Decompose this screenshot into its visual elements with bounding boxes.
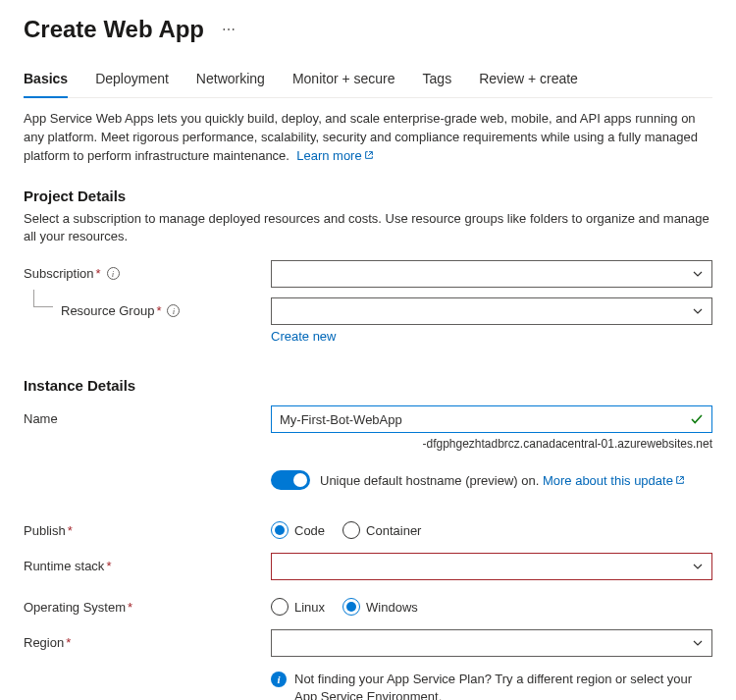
runtime-stack-label: Runtime stack: [24, 559, 104, 573]
page-title: Create Web App: [24, 16, 204, 43]
external-link-icon: [675, 475, 685, 485]
external-link-icon: [364, 150, 374, 160]
region-label: Region: [24, 635, 64, 650]
more-actions-button[interactable]: ⋯: [216, 18, 241, 41]
region-hint: Not finding your App Service Plan? Try a…: [294, 671, 712, 700]
project-details-heading: Project Details: [24, 188, 712, 204]
tab-deployment[interactable]: Deployment: [95, 71, 169, 98]
publish-radio-container[interactable]: Container: [342, 521, 421, 539]
os-radio-linux[interactable]: Linux: [271, 598, 325, 616]
chevron-down-icon: [692, 637, 704, 649]
info-filled-icon: i: [271, 672, 287, 687]
name-label: Name: [24, 411, 58, 426]
tabs: Basics Deployment Networking Monitor + s…: [24, 71, 712, 98]
instance-details-heading: Instance Details: [24, 377, 712, 394]
runtime-stack-select[interactable]: [271, 553, 712, 580]
tab-basics[interactable]: Basics: [24, 71, 68, 98]
learn-more-link[interactable]: Learn more: [296, 148, 373, 163]
os-radio-linux-label: Linux: [294, 600, 325, 615]
required-indicator: *: [68, 523, 73, 538]
info-icon[interactable]: i: [167, 304, 180, 317]
name-input[interactable]: My-First-Bot-WebApp: [271, 405, 712, 433]
subscription-label: Subscription: [24, 266, 94, 281]
resource-group-select[interactable]: [271, 297, 712, 325]
operating-system-label: Operating System: [24, 600, 126, 615]
chevron-down-icon: [692, 561, 704, 572]
os-radio-windows-label: Windows: [366, 600, 418, 615]
publish-label: Publish: [24, 523, 66, 538]
hostname-more-info-link[interactable]: More about this update: [543, 473, 685, 488]
required-indicator: *: [96, 266, 101, 281]
tree-connector: [33, 290, 53, 307]
required-indicator: *: [128, 600, 132, 615]
publish-radio-code-label: Code: [294, 523, 325, 538]
required-indicator: *: [106, 559, 111, 573]
os-radio-windows[interactable]: Windows: [342, 598, 418, 616]
required-indicator: *: [156, 303, 161, 318]
tab-networking[interactable]: Networking: [196, 71, 265, 98]
region-select[interactable]: [271, 629, 712, 657]
chevron-down-icon: [692, 268, 704, 280]
resource-group-label: Resource Group: [61, 303, 154, 318]
tab-monitor-secure[interactable]: Monitor + secure: [292, 71, 395, 98]
publish-radio-code[interactable]: Code: [271, 521, 325, 539]
hostname-suffix: -dfgphgezhtadbrcz.canadacentral-01.azure…: [271, 437, 712, 451]
unique-hostname-toggle[interactable]: [271, 470, 310, 490]
info-icon[interactable]: i: [107, 267, 120, 280]
checkmark-icon: [690, 412, 704, 426]
publish-radio-container-label: Container: [366, 523, 421, 538]
project-details-desc: Select a subscription to manage deployed…: [24, 210, 712, 247]
tab-review-create[interactable]: Review + create: [479, 71, 578, 98]
chevron-down-icon: [692, 305, 704, 317]
tab-tags[interactable]: Tags: [423, 71, 452, 98]
create-new-resource-group-link[interactable]: Create new: [271, 329, 336, 344]
intro-text: App Service Web Apps lets you quickly bu…: [24, 110, 712, 166]
required-indicator: *: [66, 635, 71, 650]
unique-hostname-toggle-label: Unique default hostname (preview) on. Mo…: [320, 473, 685, 488]
name-input-value: My-First-Bot-WebApp: [280, 412, 402, 427]
subscription-select[interactable]: [271, 260, 712, 288]
